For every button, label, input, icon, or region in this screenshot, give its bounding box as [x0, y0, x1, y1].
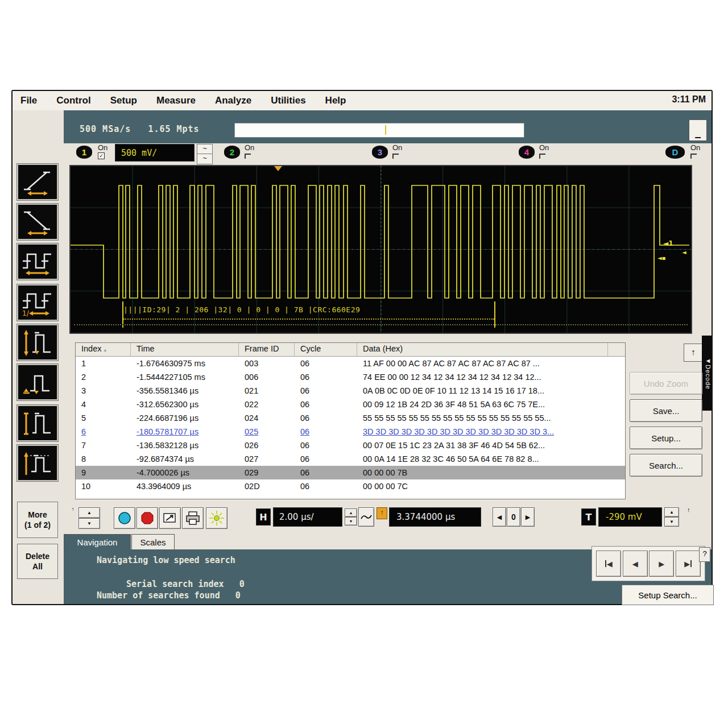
col-header-index[interactable]: Index ▴: [76, 343, 131, 356]
table-cell[interactable]: 003: [239, 357, 295, 370]
menu-analyze[interactable]: Analyze: [215, 95, 251, 106]
table-cell[interactable]: -92.6874374 µs: [131, 452, 239, 466]
search-button[interactable]: Search...: [630, 454, 702, 477]
measure-fall-time-button[interactable]: [17, 204, 58, 240]
channel-d-badge[interactable]: D: [665, 146, 685, 159]
level-down-icon[interactable]: ▼: [664, 517, 679, 527]
col-header-cycle[interactable]: Cycle: [295, 343, 357, 356]
table-cell[interactable]: 7: [76, 439, 131, 452]
trigger-level-marker-icon[interactable]: ◄▪: [657, 255, 665, 262]
menu-control[interactable]: Control: [56, 95, 90, 106]
measure-frequency-button[interactable]: 1/: [17, 284, 58, 321]
delay-box[interactable]: 3.3744000 µs: [389, 507, 481, 527]
table-cell[interactable]: 00 07 0E 15 1C 23 2A 31 38 3F 46 4D 54 5…: [357, 439, 625, 452]
table-cell[interactable]: 006: [239, 370, 295, 384]
more-measurements-button[interactable]: More(1 of 2): [17, 502, 58, 538]
vertical-spinner[interactable]: ▲ ▼: [78, 507, 100, 529]
channel-1-checkbox[interactable]: ✓: [98, 152, 105, 159]
table-row[interactable]: 3-356.5581346 µs021060A 0B 0C 0D 0E 0F 1…: [76, 384, 625, 398]
delay-zero-button[interactable]: 0: [507, 507, 520, 527]
table-cell[interactable]: -180.5781707 µs: [131, 425, 239, 439]
timebase-up-icon[interactable]: ▲: [345, 508, 357, 517]
menu-file[interactable]: File: [20, 95, 37, 106]
table-cell[interactable]: 00 09 12 1B 24 2D 36 3F 48 51 5A 63 6C 7…: [357, 398, 625, 411]
table-cell[interactable]: 00 00 00 7C: [357, 479, 625, 493]
nav-first-button[interactable]: ◀: [596, 551, 621, 577]
channel-1-scale-box[interactable]: 500 mV/: [115, 144, 195, 162]
menu-measure[interactable]: Measure: [156, 95, 196, 106]
measure-rise-time-button[interactable]: [17, 164, 58, 200]
table-cell[interactable]: -356.5581346 µs: [131, 384, 239, 398]
undo-zoom-button[interactable]: Undo Zoom: [630, 372, 702, 395]
delay-left-button[interactable]: ◀: [493, 507, 506, 527]
table-row[interactable]: 4-312.6562300 µs0220600 09 12 1B 24 2D 3…: [76, 398, 625, 411]
table-cell[interactable]: 025: [239, 425, 295, 439]
nav-prev-button[interactable]: ◀: [623, 551, 648, 577]
table-cell[interactable]: 021: [239, 384, 295, 398]
menu-help[interactable]: Help: [325, 95, 346, 106]
measure-peak-to-peak-button[interactable]: [17, 324, 58, 361]
table-cell[interactable]: 06: [295, 398, 357, 411]
table-row[interactable]: 5-224.6687196 µs0240655 55 55 55 55 55 5…: [76, 411, 625, 425]
table-cell[interactable]: 029: [239, 466, 295, 479]
table-cell[interactable]: 43.3964009 µs: [131, 479, 239, 493]
table-scroll-up-button[interactable]: ↑: [684, 344, 703, 362]
stop-button[interactable]: [136, 507, 158, 529]
table-row[interactable]: 2-1.5444227105 ms0060674 EE 00 00 12 34 …: [76, 370, 625, 384]
timebase-down-icon[interactable]: ▼: [345, 517, 357, 526]
col-header-time[interactable]: Time: [131, 343, 239, 356]
table-cell[interactable]: 11 AF 00 00 AC 87 AC 87 AC 87 AC 87 AC 8…: [357, 357, 625, 370]
table-cell[interactable]: -136.5832128 µs: [131, 439, 239, 452]
spin-up-icon[interactable]: ▲: [78, 507, 100, 518]
delete-all-button[interactable]: DeleteAll: [17, 544, 58, 579]
col-header-data-hex[interactable]: Data (Hex): [357, 343, 608, 356]
display-brightness-button[interactable]: [206, 507, 228, 529]
table-row[interactable]: 9-4.7000026 µs0290600 00 00 7B: [76, 466, 625, 479]
table-row[interactable]: 6-180.5781707 µs025063D 3D 3D 3D 3D 3D 3…: [76, 425, 625, 439]
setup-search-button[interactable]: Setup Search...: [622, 585, 714, 605]
table-cell[interactable]: 8: [76, 452, 131, 466]
table-cell[interactable]: 6: [76, 425, 131, 439]
print-button[interactable]: [182, 507, 204, 529]
decode-side-tab[interactable]: ◄Decode: [702, 336, 712, 411]
table-row[interactable]: 1043.3964009 µs02D0600 00 00 7C: [76, 479, 625, 493]
menu-utilities[interactable]: Utilities: [271, 95, 305, 106]
table-cell[interactable]: -1.6764630975 ms: [131, 357, 239, 370]
run-button[interactable]: [114, 507, 135, 529]
tab-navigation[interactable]: Navigation: [64, 534, 131, 549]
measure-base-button[interactable]: [17, 364, 58, 400]
table-cell[interactable]: 55 55 55 55 55 55 55 55 55 55 55 55 55 5…: [357, 411, 625, 425]
measure-amplitude-button[interactable]: [17, 405, 58, 441]
table-cell[interactable]: -312.6562300 µs: [131, 398, 239, 411]
table-cell[interactable]: 06: [295, 425, 357, 439]
channel-1-level-marker-icon[interactable]: ◄1: [663, 240, 673, 247]
table-cell[interactable]: 74 EE 00 00 12 34 12 34 12 34 12 34 12 3…: [357, 370, 625, 384]
table-cell[interactable]: 06: [295, 370, 357, 384]
table-cell[interactable]: 3: [76, 384, 131, 398]
screen-capture-button[interactable]: [159, 507, 181, 529]
table-cell[interactable]: 024: [239, 411, 295, 425]
table-cell[interactable]: -1.5444227105 ms: [131, 370, 239, 384]
table-row[interactable]: 7-136.5832128 µs0260600 07 0E 15 1C 23 2…: [76, 439, 625, 452]
channel-3-badge[interactable]: 3: [372, 146, 388, 159]
table-cell[interactable]: 5: [76, 411, 131, 425]
table-cell[interactable]: 10: [76, 479, 131, 493]
trigger-level-box[interactable]: -290 mV: [598, 507, 662, 527]
table-cell[interactable]: 0A 0B 0C 0D 0E 0F 10 11 12 13 14 15 16 1…: [357, 384, 625, 398]
trigger-time-marker-icon[interactable]: [274, 166, 282, 171]
table-cell[interactable]: -224.6687196 µs: [131, 411, 239, 425]
table-cell[interactable]: 06: [295, 357, 357, 370]
trigger-level-spinner[interactable]: ▲ ▼: [664, 507, 679, 527]
timebase-fine-spinner[interactable]: ▲ ▼: [345, 508, 357, 526]
measure-period-button[interactable]: [17, 243, 58, 280]
timebase-box[interactable]: 2.00 µs/: [273, 507, 342, 527]
help-button[interactable]: ?: [699, 547, 710, 562]
menu-setup[interactable]: Setup: [110, 95, 137, 106]
table-cell[interactable]: 06: [295, 411, 357, 425]
table-cell[interactable]: 2: [76, 370, 131, 384]
table-cell[interactable]: 3D 3D 3D 3D 3D 3D 3D 3D 3D 3D 3D 3D 3D 3…: [357, 425, 625, 439]
table-cell[interactable]: 06: [295, 439, 357, 452]
table-cell[interactable]: 06: [295, 384, 357, 398]
level-up-icon[interactable]: ▲: [664, 507, 679, 517]
table-cell[interactable]: 06: [295, 452, 357, 466]
